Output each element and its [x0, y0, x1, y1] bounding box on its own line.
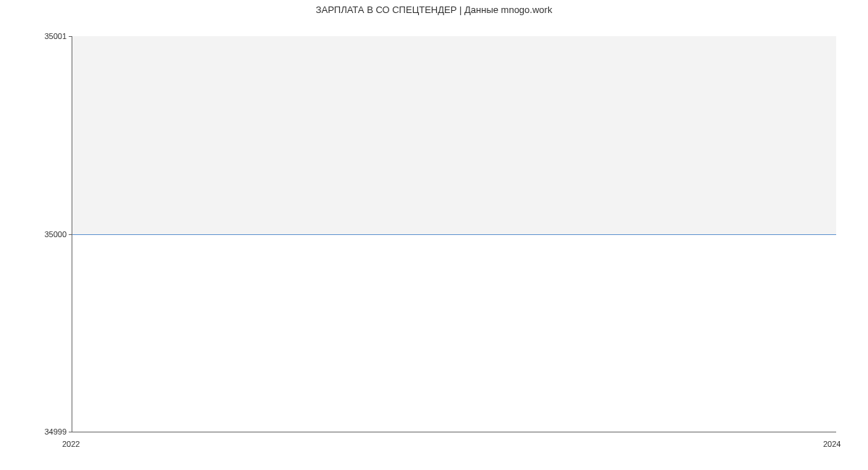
plot-area: [72, 36, 836, 432]
data-line: [72, 234, 836, 235]
chart-fill-upper: [72, 36, 836, 234]
y-tick-mark: [69, 234, 72, 235]
chart-container: ЗАРПЛАТА В СО СПЕЦТЕНДЕР | Данные mnogo.…: [0, 0, 868, 470]
y-tick-label: 35001: [44, 32, 67, 40]
x-tick-label: 2022: [62, 440, 80, 448]
y-tick-label: 34999: [44, 427, 67, 436]
y-tick-mark: [69, 36, 72, 37]
chart-title: ЗАРПЛАТА В СО СПЕЦТЕНДЕР | Данные mnogo.…: [0, 4, 868, 15]
y-tick-label: 35000: [44, 230, 67, 239]
y-tick-mark: [69, 432, 72, 432]
x-tick-label: 2024: [823, 440, 841, 448]
